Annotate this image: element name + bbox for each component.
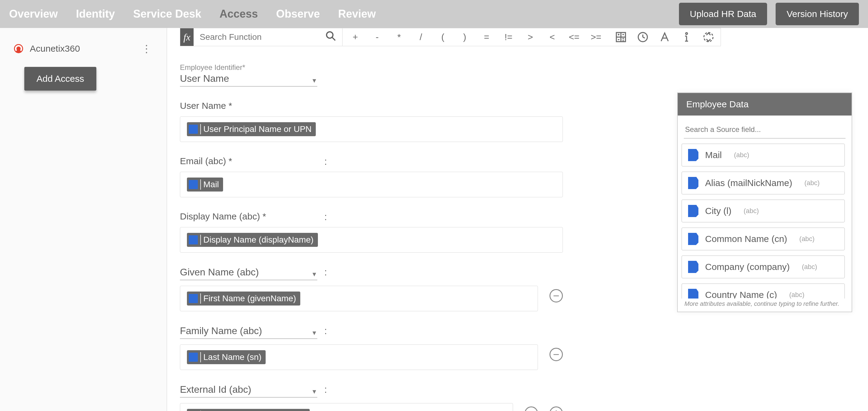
chip-separator — [200, 179, 201, 190]
operator-button[interactable]: <= — [569, 32, 580, 42]
mapping-input[interactable]: User Principal Name or UPN — [180, 116, 563, 142]
operator-button[interactable]: != — [503, 32, 514, 42]
mapping-chip[interactable]: Employee ID (employeeID) — [187, 409, 310, 411]
operator-button[interactable]: ( — [437, 32, 448, 42]
source-field-name: City (l) — [705, 206, 732, 216]
search-icon[interactable] — [325, 30, 336, 45]
field-row: Last Name (sn)− — [180, 339, 563, 370]
svg-point-19 — [704, 32, 713, 42]
operator-button[interactable]: = — [481, 32, 492, 42]
mapping-chip[interactable]: Last Name (sn) — [187, 350, 266, 364]
mapping-input[interactable]: Employee ID (employeeID) — [180, 403, 513, 411]
field-label: Family Name (abc) — [180, 325, 262, 336]
operator-button[interactable]: - — [372, 32, 383, 42]
convert-icon[interactable] — [702, 30, 715, 44]
svg-line-13 — [643, 37, 645, 38]
field-label: Display Name (abc) * — [180, 211, 266, 221]
source-field-list[interactable]: Mail(abc)Alias (mailNickName)(abc)City (… — [681, 144, 848, 298]
remove-field-button[interactable]: − — [550, 348, 563, 361]
clock-icon[interactable] — [636, 30, 649, 44]
field-select[interactable]: External Id (abc)▼ — [180, 384, 317, 398]
nav-service-desk[interactable]: Service Desk — [133, 3, 201, 25]
field-group: Email (abc) *:Mail — [180, 156, 563, 197]
employee-identifier-select[interactable]: User Name ▼ — [180, 73, 317, 87]
source-field-name: Alias (mailNickName) — [705, 178, 792, 188]
source-field-item[interactable]: Country Name (c)(abc) — [681, 283, 845, 298]
source-field-search-input[interactable] — [684, 121, 845, 139]
field-select[interactable]: Given Name (abc)▼ — [180, 267, 317, 280]
nav-identity[interactable]: Identity — [76, 3, 115, 25]
operator-button[interactable]: + — [350, 32, 361, 42]
operator-button[interactable]: > — [525, 32, 536, 42]
chip-text: Mail — [203, 180, 219, 189]
source-file-icon — [688, 205, 699, 217]
colon: : — [324, 267, 327, 278]
source-file-icon — [688, 149, 699, 161]
employee-identifier-group: Employee Identifier* User Name ▼ — [180, 63, 563, 87]
mapping-chip[interactable]: User Principal Name or UPN — [187, 122, 316, 136]
calc-icon[interactable] — [614, 30, 628, 44]
colon: : — [324, 325, 327, 336]
chip-text: Display Name (displayName) — [203, 235, 314, 245]
chip-text: User Principal Name or UPN — [203, 124, 312, 134]
source-field-item[interactable]: Common Name (cn)(abc) — [681, 227, 845, 251]
nav-right: Upload HR Data Version History — [679, 3, 859, 25]
remove-field-button[interactable]: − — [525, 406, 538, 411]
upload-hr-data-button[interactable]: Upload HR Data — [679, 3, 767, 25]
chevron-down-icon: ▼ — [311, 77, 317, 84]
chip-separator — [200, 124, 201, 135]
function-search-input[interactable] — [200, 32, 322, 42]
source-field-item[interactable]: Mail(abc) — [681, 144, 845, 167]
field-label: Given Name (abc) — [180, 267, 259, 278]
nav-access[interactable]: Access — [219, 3, 258, 25]
operator-button[interactable]: >= — [591, 32, 601, 42]
chip-separator — [200, 293, 201, 304]
field-select[interactable]: Family Name (abc)▼ — [180, 325, 317, 339]
operators-row: +-*/()=!=><<=>= — [343, 32, 609, 42]
mapping-chip[interactable]: First Name (givenName) — [187, 292, 300, 305]
source-field-item[interactable]: City (l)(abc) — [681, 199, 845, 223]
mapping-input[interactable]: Display Name (displayName) — [180, 227, 563, 253]
fx-icon[interactable]: fx — [180, 28, 194, 46]
source-field-type: (abc) — [802, 263, 817, 271]
brand-icon — [14, 44, 23, 53]
source-field-type: (abc) — [734, 151, 749, 159]
source-field-item[interactable]: Alias (mailNickName)(abc) — [681, 172, 845, 195]
mapping-chip[interactable]: Display Name (displayName) — [187, 233, 318, 247]
mapping-form: Employee Identifier* User Name ▼ User Na… — [180, 63, 563, 411]
source-field-name: Common Name (cn) — [705, 234, 787, 244]
source-file-icon — [688, 261, 699, 273]
operator-button[interactable]: ) — [459, 32, 470, 42]
colon: : — [324, 156, 327, 167]
source-field-type: (abc) — [789, 291, 804, 298]
version-history-button[interactable]: Version History — [776, 3, 859, 25]
chevron-down-icon: ▼ — [311, 271, 317, 278]
nav-overview[interactable]: Overview — [9, 3, 58, 25]
operator-button[interactable]: / — [415, 32, 426, 42]
function-search — [194, 28, 343, 46]
text-a-icon[interactable] — [658, 30, 671, 44]
add-field-button[interactable]: + — [550, 406, 563, 411]
sidebar-brand-row[interactable]: Acunetix360 ⋮ — [0, 39, 166, 58]
info-icon[interactable] — [680, 30, 693, 44]
kebab-menu-icon[interactable]: ⋮ — [141, 42, 153, 55]
field-group: Display Name (abc) *:Display Name (displ… — [180, 211, 563, 253]
mapping-input[interactable]: Last Name (sn) — [180, 345, 538, 370]
source-field-item[interactable]: Company (company)(abc) — [681, 255, 845, 278]
chip-text: Last Name (sn) — [203, 352, 261, 362]
add-access-button[interactable]: Add Access — [24, 67, 96, 91]
chevron-down-icon: ▼ — [311, 388, 317, 395]
source-file-icon — [688, 233, 699, 245]
source-field-name: Company (company) — [705, 262, 789, 272]
mapping-chip[interactable]: Mail — [187, 178, 223, 192]
nav-review[interactable]: Review — [338, 3, 376, 25]
employee-identifier-label: Employee Identifier* — [180, 63, 563, 72]
nav-observe[interactable]: Observe — [276, 3, 320, 25]
operator-button[interactable]: < — [547, 32, 558, 42]
mapping-input[interactable]: Mail — [180, 172, 563, 197]
remove-field-button[interactable]: − — [550, 289, 563, 302]
field-label: User Name * — [180, 100, 232, 111]
mapping-input[interactable]: First Name (givenName) — [180, 286, 538, 311]
operator-button[interactable]: * — [394, 32, 405, 42]
chip-separator — [200, 352, 201, 362]
